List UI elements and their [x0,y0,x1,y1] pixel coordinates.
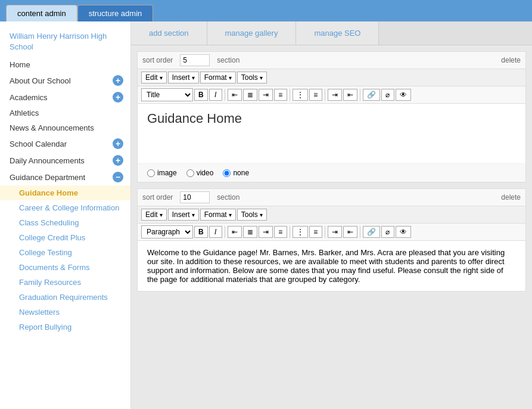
style-select-2[interactable]: Paragraph Title Heading 1 Heading 2 [141,225,193,238]
sidebar-item-home[interactable]: Home [0,57,130,72]
sort-order-input-2[interactable] [180,191,210,203]
section-header-1: sort order section delete [138,52,525,69]
list-ordered-button-1[interactable]: ≡ [309,89,322,101]
action-bar: add section manage gallery manage SEO [131,21,532,45]
tab-content-admin[interactable]: content admin [6,5,77,21]
list-unordered-button-2[interactable]: ⋮ [293,226,308,238]
indent-button-2[interactable]: ⇤ [343,226,357,238]
sort-order-input-1[interactable] [180,54,210,66]
sort-order-label-1: sort order [142,56,173,64]
align-left-button-1[interactable]: ⇤ [228,89,242,101]
tools-dropdown-1[interactable]: Tools [237,72,267,83]
sidebar-subitem-report-bullying[interactable]: Report Bullying [0,320,130,334]
sidebar-subitem-career-college[interactable]: Career & College Information [0,200,130,215]
unlink-button-1[interactable]: ⌀ [381,89,394,101]
expand-about-icon[interactable]: + [113,75,123,86]
radio-none-input[interactable] [223,169,231,177]
content-area: add section manage gallery manage SEO so… [131,21,532,409]
align-right-button-2[interactable]: ⇥ [259,226,273,238]
unlink-button-2[interactable]: ⌀ [381,226,394,238]
add-section-button[interactable]: add section [131,21,207,45]
sep-2 [290,89,290,101]
align-right-button-1[interactable]: ⇥ [259,89,273,101]
editor-content-1[interactable]: Guidance Home [138,104,525,163]
editor-toolbar-top-2: Edit Insert Format Tools [138,206,525,224]
italic-button-1[interactable]: I [209,89,222,101]
sidebar-subitem-guidance-home[interactable]: Guidance Home [0,185,130,200]
delete-section-2-button[interactable]: delete [501,193,521,202]
sort-order-label-2: sort order [142,193,173,202]
delete-section-1-button[interactable]: delete [501,56,521,64]
sidebar-item-label: Academics [10,93,48,102]
sidebar-item-label: Home [10,60,30,69]
bold-button-1[interactable]: B [194,89,208,101]
sep-6 [290,226,290,238]
preview-button-1[interactable]: 👁 [396,89,411,101]
sidebar-item-about[interactable]: About Our School + [0,72,130,89]
sidebar-item-daily[interactable]: Daily Announcements + [0,152,130,169]
sidebar-item-label: Guidance Department [10,173,85,182]
edit-dropdown-2[interactable]: Edit [141,209,167,221]
sidebar-item-academics[interactable]: Academics + [0,89,130,106]
editor-content-2[interactable]: Welcome to the Guidance page! Mr. Barnes… [138,241,525,291]
radio-image[interactable]: image [147,169,177,177]
sidebar-item-label: School Calendar [10,140,67,148]
link-button-1[interactable]: 🔗 [363,89,380,101]
insert-dropdown-1[interactable]: Insert [168,72,199,83]
editor-format-bar-2: Paragraph Title Heading 1 Heading 2 B I … [138,224,525,241]
manage-seo-button[interactable]: manage SEO [296,21,379,45]
format-dropdown-2[interactable]: Format [200,209,236,221]
tools-dropdown-2[interactable]: Tools [237,209,267,221]
sidebar-subitem-newsletters[interactable]: Newsletters [0,305,130,320]
sidebar-item-label: News & Announcements [10,123,94,132]
expand-daily-icon[interactable]: + [113,155,123,166]
media-selector-1: image video none [138,163,525,182]
edit-dropdown-1[interactable]: Edit [141,72,167,83]
sidebar: William Henry Harrison High School Home … [0,21,131,409]
expand-calendar-icon[interactable]: + [113,138,123,149]
sidebar-subitem-graduation-req[interactable]: Graduation Requirements [0,290,130,305]
sep-3 [325,89,325,101]
content-scroll: sort order section delete Edit Insert Fo… [131,45,532,407]
sidebar-item-label: Daily Announcements [10,156,85,165]
align-justify-button-2[interactable]: ≡ [274,226,287,238]
sidebar-subitem-documents-forms[interactable]: Documents & Forms [0,260,130,275]
list-unordered-button-1[interactable]: ⋮ [293,89,308,101]
sidebar-item-news[interactable]: News & Announcements [0,120,130,135]
radio-image-input[interactable] [147,169,155,177]
sidebar-item-athletics[interactable]: Athletics [0,106,130,120]
tab-structure-admin[interactable]: structure admin [77,5,154,21]
indent-button-1[interactable]: ⇤ [343,89,357,101]
italic-button-2[interactable]: I [209,226,222,238]
school-name: William Henry Harrison High School [0,26,130,57]
sidebar-item-label: About Our School [10,76,71,85]
bold-button-2[interactable]: B [194,226,208,238]
outdent-button-2[interactable]: ⇥ [328,226,342,238]
editor-toolbar-top-1: Edit Insert Format Tools [138,69,525,86]
align-left-button-2[interactable]: ⇤ [228,226,242,238]
insert-dropdown-2[interactable]: Insert [168,209,199,221]
radio-video-input[interactable] [186,169,194,177]
expand-academics-icon[interactable]: + [113,92,123,103]
manage-gallery-button[interactable]: manage gallery [207,21,297,45]
list-ordered-button-2[interactable]: ≡ [309,226,322,238]
sidebar-subitem-college-testing[interactable]: College Testing [0,245,130,260]
collapse-guidance-icon[interactable]: − [113,172,123,182]
align-justify-button-1[interactable]: ≡ [274,89,287,101]
radio-none[interactable]: none [223,169,249,177]
sidebar-subitem-college-credit[interactable]: College Credit Plus [0,230,130,245]
link-button-2[interactable]: 🔗 [363,226,380,238]
align-center-button-2[interactable]: ≣ [243,226,257,238]
sidebar-subitem-class-scheduling[interactable]: Class Scheduling [0,215,130,230]
outdent-button-1[interactable]: ⇥ [328,89,342,101]
align-center-button-1[interactable]: ≣ [243,89,257,101]
sidebar-item-guidance-dept[interactable]: Guidance Department − [0,169,130,185]
format-dropdown-1[interactable]: Format [200,72,236,83]
style-select-1[interactable]: Title Paragraph Heading 1 Heading 2 [141,88,193,101]
section-block-2: sort order section delete Edit Insert Fo… [137,188,526,292]
sidebar-item-calendar[interactable]: School Calendar + [0,135,130,152]
radio-video[interactable]: video [186,169,214,177]
sidebar-subitem-family-resources[interactable]: Family Resources [0,275,130,290]
section-block-1: sort order section delete Edit Insert Fo… [137,51,526,182]
preview-button-2[interactable]: 👁 [396,226,411,238]
